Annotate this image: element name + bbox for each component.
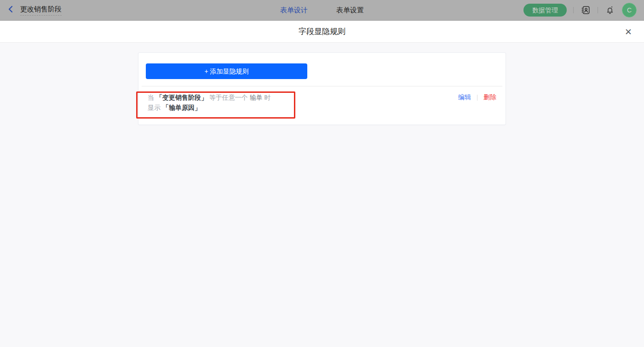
rule-description: 当 「变更销售阶段」 等于任意一个 输单 时 显示 「输单原因」 [148, 92, 271, 113]
modal-body: + 添加显隐规则 当 「变更销售阶段」 等于任意一个 输单 时 显示 「输单原因… [0, 43, 644, 347]
chevron-left-icon [7, 5, 15, 15]
rule-actions: 编辑 删除 [458, 93, 496, 102]
rule-list-item: 当 「变更销售阶段」 等于任意一个 输单 时 显示 「输单原因」 编辑 删除 [146, 86, 498, 113]
data-manage-button[interactable]: 数据管理 [523, 4, 567, 17]
rule-when-label: 当 [148, 94, 154, 101]
rule-show-label: 显示 [148, 104, 161, 111]
rule-condition-value: 输单 [250, 94, 263, 101]
back-button[interactable] [7, 5, 15, 15]
top-bar-right: 数据管理 C [523, 3, 637, 17]
top-bar: 更改销售阶段 表单设计 表单设置 数据管理 C [0, 0, 644, 21]
rule-action-line: 显示 「输单原因」 [148, 102, 271, 113]
tab-form-settings[interactable]: 表单设置 [336, 6, 364, 15]
divider [598, 7, 598, 13]
rule-condition-field: 「变更销售阶段」 [156, 94, 207, 101]
close-icon[interactable]: ✕ [625, 27, 632, 36]
modal-header: 字段显隐规则 ✕ [0, 21, 644, 43]
divider [477, 95, 477, 101]
add-rule-button[interactable]: + 添加显隐规则 [146, 63, 307, 79]
bell-icon[interactable] [604, 5, 615, 16]
rule-action-field: 「输单原因」 [162, 104, 201, 111]
address-book-icon[interactable] [580, 5, 591, 16]
field-visibility-modal: 字段显隐规则 ✕ + 添加显隐规则 当 「变更销售阶段」 等于任意一个 输单 时… [0, 21, 644, 347]
center-tabs: 表单设计 表单设置 [280, 0, 364, 21]
rule-condition-line: 当 「变更销售阶段」 等于任意一个 输单 时 [148, 92, 271, 102]
edit-rule-link[interactable]: 编辑 [458, 93, 471, 102]
divider [573, 7, 574, 13]
modal-title: 字段显隐规则 [299, 26, 345, 37]
delete-rule-link[interactable]: 删除 [483, 93, 496, 102]
rule-operator: 等于任意一个 [209, 94, 248, 101]
rules-card: + 添加显隐规则 当 「变更销售阶段」 等于任意一个 输单 时 显示 「输单原因… [138, 52, 506, 125]
rule-when-suffix: 时 [264, 94, 271, 101]
tab-form-design[interactable]: 表单设计 [280, 6, 308, 15]
form-title[interactable]: 更改销售阶段 [20, 5, 62, 16]
user-avatar[interactable]: C [622, 3, 637, 17]
